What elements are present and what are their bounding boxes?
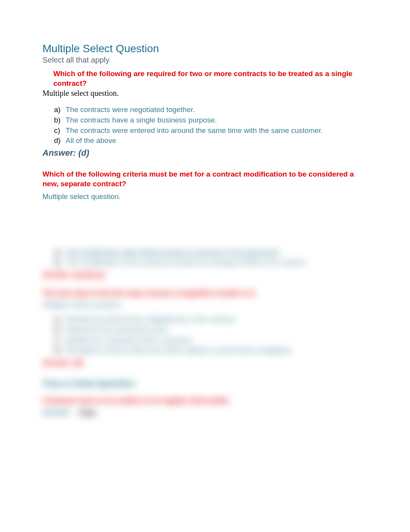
tf-answer-label: Answer: <box>42 408 71 416</box>
question-2-options: a) The modification adds distinct goods … <box>42 247 368 267</box>
option-text: The modification of the contract include… <box>66 258 368 268</box>
blur-option: c) Identify the contract(s) with a custo… <box>54 335 368 345</box>
option-text: Identify the performance obligation(s) i… <box>66 314 368 325</box>
question-2-prompt: Which of the following criteria must be … <box>42 170 368 189</box>
option-letter: d) <box>54 136 66 146</box>
true-false-prompt: Contracts have to be written to be legal… <box>42 396 368 405</box>
option-letter: a) <box>54 314 66 325</box>
option-letter: b) <box>54 325 66 335</box>
option-letter: d) <box>54 345 66 355</box>
question-3-type-label: Multiple choice question. <box>42 301 368 309</box>
option-b: b) The contracts have a single business … <box>54 115 368 125</box>
option-text: The contracts have a single business pur… <box>66 115 368 125</box>
page-title: Multiple Select Question <box>42 42 368 55</box>
option-text: The contracts were negotiated together. <box>66 105 368 115</box>
question-3-options: a) Identify the performance obligation(s… <box>42 314 368 355</box>
question-1-type-label: Multiple select question. <box>42 89 368 98</box>
question-1-answer: Answer: (d) <box>42 148 368 158</box>
blur-option: b) Determine the transaction price. <box>54 325 368 335</box>
true-false-answer-line: Answer: False <box>42 408 368 416</box>
question-1-prompt: Which of the following are required for … <box>42 69 368 88</box>
question-1-options: a) The contracts were negotiated togethe… <box>42 105 368 146</box>
option-c: c) The contracts were entered into aroun… <box>54 126 368 136</box>
question-2-type-label: Multiple select question. <box>42 192 368 201</box>
blur-option: b) The modification of the contract incl… <box>54 258 368 268</box>
blurred-content: a) The modification adds distinct goods … <box>42 247 368 416</box>
option-letter: b) <box>54 115 66 125</box>
option-text: The contracts were entered into around t… <box>66 126 368 136</box>
question-3-answer: Answer: (d) <box>42 359 368 367</box>
option-text: All of the above <box>66 136 368 146</box>
option-letter: b) <box>54 258 66 268</box>
page-subtitle: Select all that apply <box>42 56 368 65</box>
option-text: The modification adds distinct goods or … <box>66 247 368 257</box>
question-2-answer: Answer: (a) (b) (c) <box>42 270 368 279</box>
tf-answer-value: False <box>79 409 96 416</box>
blur-option: a) Identify the performance obligation(s… <box>54 314 368 325</box>
blur-option: d) Recognize revenue when the entity sat… <box>54 345 368 355</box>
option-text: Determine the transaction price. <box>66 325 368 335</box>
option-text: Identify the contract(s) with a customer… <box>66 335 368 345</box>
blur-option: a) The modification adds distinct goods … <box>54 247 368 257</box>
true-false-header: True or False Question <box>42 379 368 389</box>
option-letter: c) <box>54 335 66 345</box>
option-letter: c) <box>54 126 66 136</box>
option-a: a) The contracts were negotiated togethe… <box>54 105 368 115</box>
option-text: Recognize revenue when the entity satisf… <box>66 345 368 355</box>
option-letter: a) <box>54 105 66 115</box>
option-d: d) All of the above <box>54 136 368 146</box>
option-letter: a) <box>54 247 66 257</box>
question-3-prompt: The first step in the five-step revenue … <box>42 289 368 297</box>
